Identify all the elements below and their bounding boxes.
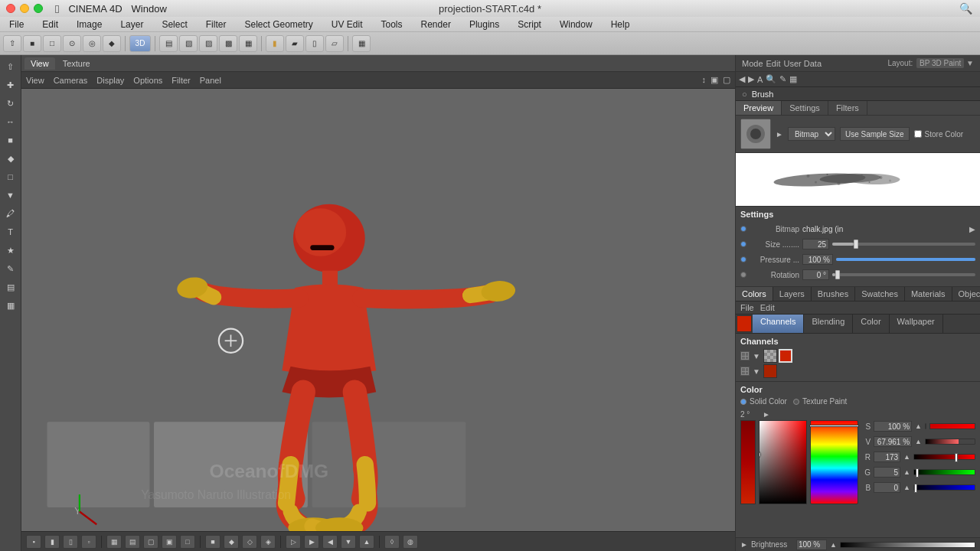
tab-brush-preview[interactable]: Preview [736,101,782,115]
b-slider[interactable] [913,484,975,491]
bitmap-radio[interactable] [740,226,746,232]
bottom-btn-16[interactable]: ◀ [322,535,338,549]
toolbar-btn2[interactable]: ■ [23,35,41,52]
solid-color-radio[interactable] [740,399,746,405]
mode-tab-edit[interactable]: Edit [766,59,781,68]
bitmap-btn[interactable]: ▶ [969,225,975,233]
bottom-btn-11[interactable]: ◆ [224,535,239,549]
v-inc-icon[interactable]: ▲ [915,438,922,445]
bottom-btn-12[interactable]: ◇ [242,535,257,549]
toolbar-grid[interactable]: ▦ [352,35,371,52]
tab-materials[interactable]: Materials [905,287,952,301]
tool-star[interactable]: ★ [2,242,19,259]
tool-eraser[interactable]: □ [2,168,19,185]
s-input[interactable] [874,421,912,432]
rotation-radio[interactable] [740,272,746,278]
active-color-swatch[interactable] [737,315,752,332]
brightness-input[interactable] [796,540,827,550]
viewmenu-options[interactable]: Options [133,76,162,85]
tool-rotate[interactable]: ↻ [2,95,19,112]
window-menu[interactable]: Window [132,3,167,15]
bottom-btn-5[interactable]: ▦ [106,535,122,549]
toolbar-btn9[interactable]: ▧ [179,35,198,52]
bottom-btn-8[interactable]: ▣ [162,535,177,549]
bottom-btn-13[interactable]: ◈ [260,535,276,549]
r-inc-icon[interactable]: ▲ [903,453,910,461]
nav-home-icon[interactable]: A [757,75,763,84]
size-radio[interactable] [740,241,746,247]
color-gradient-square[interactable] [759,420,807,504]
toolbar-3d[interactable]: 3D [129,35,151,52]
tool-lasso[interactable]: ▤ [2,279,19,295]
tool-select[interactable]: ⇧ [2,58,19,75]
toolbar-btn4[interactable]: ⊙ [63,35,81,52]
viewmenu-display[interactable]: Display [96,76,124,85]
colors-file-btn[interactable]: File [740,303,754,312]
expand-icon[interactable]: ► [776,130,783,139]
bottom-btn-7[interactable]: ▢ [143,535,158,549]
nav-forward-icon[interactable]: ▶ [748,74,754,84]
viewmenu-view[interactable]: View [26,76,44,85]
toolbar-btn6[interactable]: ◆ [103,35,121,52]
toolbar-cube2[interactable]: ▰ [286,35,304,52]
use-sample-size-button[interactable]: Use Sample Size [840,127,910,141]
b-input[interactable] [874,482,900,493]
pressure-radio[interactable] [740,256,746,262]
mode-tab-userdata[interactable]: User Data [784,59,822,68]
menu-file[interactable]: File [6,18,27,31]
layout-select[interactable]: BP 3D Paint [916,58,964,68]
nav-grid-icon[interactable]: ▦ [789,74,797,84]
tab-objects[interactable]: Objects [952,287,980,301]
toolbar-cube1[interactable]: ▮ [266,35,284,52]
bottom-btn-10[interactable]: ■ [205,535,220,549]
toolbar-btn10[interactable]: ▨ [199,35,217,52]
brightness-expand[interactable]: ► [740,540,748,549]
tab-texture[interactable]: Texture [57,57,96,70]
menu-select[interactable]: Select [158,18,190,31]
toolbar-btn11[interactable]: ▩ [219,35,237,52]
menu-window[interactable]: Window [557,18,596,31]
bottom-btn-14[interactable]: ▷ [286,535,301,549]
tab-color[interactable]: Color [853,315,889,333]
tab-brush-settings[interactable]: Settings [782,101,828,115]
menu-script[interactable]: Script [514,18,544,31]
colors-edit-btn[interactable]: Edit [760,303,775,312]
minimize-button[interactable] [20,4,29,13]
tool-eyedrop[interactable]: 🖍 [2,205,19,222]
g-inc-icon[interactable]: ▲ [903,468,910,476]
hue-expand[interactable]: ► [763,410,770,419]
tool-scale[interactable]: ↔ [2,113,19,130]
viewmenu-filter[interactable]: Filter [172,76,190,85]
toolbar-move[interactable]: ⇧ [3,35,21,52]
viewmenu-panel[interactable]: Panel [200,76,221,85]
menu-image[interactable]: Image [74,18,105,31]
bottom-btn-1[interactable]: ▪ [26,535,41,549]
nav-back-icon[interactable]: ◀ [739,74,745,84]
v-input[interactable] [874,436,912,447]
layout-dropdown-icon[interactable]: ▼ [966,59,974,67]
bottom-btn-15[interactable]: ▶ [304,535,319,549]
tool-fill[interactable]: ▼ [2,187,19,204]
channel-swatch-color[interactable] [779,349,792,363]
toolbar-cube4[interactable]: ▱ [325,35,344,52]
pressure-slider[interactable] [836,258,975,261]
viewport[interactable]: Y OceanofDMG Yasumoto Naruto Illustratio… [21,89,735,531]
channel-swatch2[interactable] [763,364,777,378]
tab-wallpaper[interactable]: Wallpaper [890,315,943,333]
g-slider[interactable] [913,469,975,475]
maximize-button[interactable] [34,4,43,13]
bottom-btn-2[interactable]: ▮ [44,535,60,549]
viewmenu-cameras[interactable]: Cameras [54,76,88,85]
menu-uv-edit[interactable]: UV Edit [328,18,366,31]
menu-render[interactable]: Render [418,18,454,31]
rotation-input[interactable] [802,269,829,280]
s-inc-icon[interactable]: ▲ [915,422,922,430]
brightness-slider[interactable] [840,542,975,548]
nav-bookmark-icon[interactable]: ✎ [779,74,786,84]
tab-view[interactable]: View [24,57,55,70]
bitmap-select[interactable]: Bitmap Solid [788,127,835,141]
size-input[interactable] [802,239,829,249]
viewport-icon1[interactable]: ↕ [702,75,707,85]
viewport-icon3[interactable]: ▢ [723,75,730,85]
tool-paint[interactable]: ■ [2,132,19,148]
